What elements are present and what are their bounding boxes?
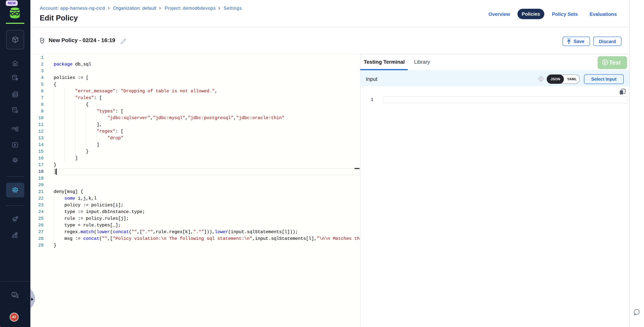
svg-text:?: ? <box>14 293 15 296</box>
